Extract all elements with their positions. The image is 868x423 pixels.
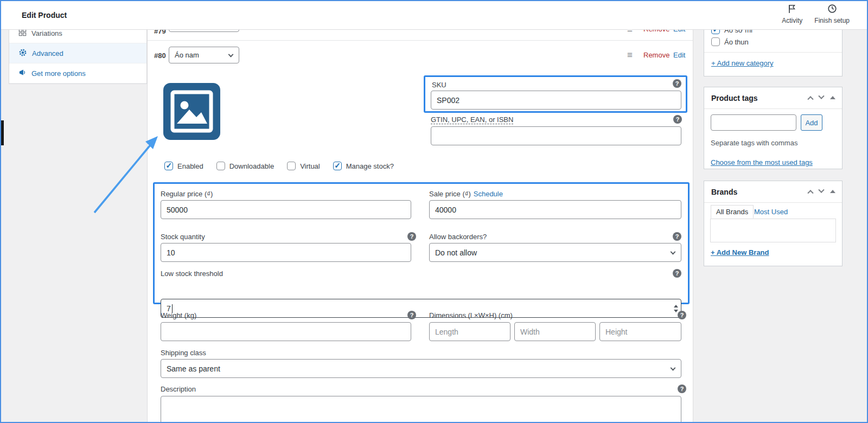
topbar-actions: Activity Finish setup [782, 4, 850, 24]
variation-attribute-select[interactable]: Áo nam [169, 47, 239, 63]
card-title: Product tags [711, 94, 758, 102]
remove-variation-link[interactable]: Remove [643, 30, 669, 33]
sku-label: SKU [432, 81, 446, 89]
card-title: Brands [711, 188, 737, 196]
most-used-tags-link[interactable]: Choose from the most used tags [711, 158, 813, 166]
tag-input[interactable] [711, 114, 796, 131]
category-label: Áo thun [724, 38, 749, 46]
sidebar-item-get-more-options[interactable]: Get more options [9, 63, 146, 84]
shipping-class-value: Same as parent [167, 364, 220, 373]
sale-price-input[interactable] [429, 200, 681, 219]
regular-price-label: Regular price (₫) [161, 190, 213, 198]
edit-variation-link[interactable]: Edit [673, 30, 685, 33]
move-up-icon[interactable] [807, 190, 813, 196]
manage-stock-label: Manage stock? [346, 162, 394, 170]
finish-setup-button[interactable]: Finish setup [814, 4, 850, 24]
tags-hint: Separate tags with commas [711, 139, 797, 147]
help-icon[interactable] [673, 79, 681, 88]
help-icon[interactable] [673, 232, 681, 241]
move-down-icon[interactable] [818, 93, 824, 99]
virtual-checkbox[interactable] [287, 162, 296, 170]
virtual-label: Virtual [300, 162, 320, 170]
low-stock-label: Low stock threshold [161, 270, 223, 278]
manage-stock-checkbox[interactable] [333, 162, 342, 170]
stock-quantity-input[interactable] [161, 243, 411, 262]
activity-label: Activity [782, 17, 802, 24]
tab-all-brands[interactable]: All Brands [711, 205, 754, 219]
tab-most-used[interactable]: Most Used [754, 208, 788, 216]
stock-quantity-label: Stock quantity [161, 233, 205, 241]
gtin-label: GTIN, UPC, EAN, or ISBN [431, 116, 513, 124]
downloadable-checkbox[interactable] [216, 162, 225, 170]
divider [704, 52, 842, 53]
drag-handle-icon[interactable] [627, 50, 633, 60]
add-new-brand-link[interactable]: + Add New Brand [711, 248, 769, 257]
low-stock-input[interactable]: 7 [161, 299, 681, 318]
virtual-checkbox-item: Virtual [287, 162, 320, 170]
finish-setup-label: Finish setup [814, 17, 850, 24]
variation-id: #79 [154, 30, 166, 35]
schedule-link[interactable]: Schedule [474, 190, 503, 198]
enabled-label: Enabled [177, 162, 203, 170]
sku-input[interactable] [431, 91, 681, 110]
weight-input[interactable] [161, 322, 411, 341]
stepper-down-icon[interactable] [674, 310, 678, 312]
category-item: Áo thun [711, 37, 749, 46]
stepper-up-icon[interactable] [674, 305, 678, 307]
image-placeholder-icon [163, 83, 220, 140]
remove-variation-link[interactable]: Remove [643, 51, 669, 59]
manage-stock-checkbox-item: Manage stock? [333, 162, 394, 170]
chevron-down-icon [671, 365, 676, 370]
downloadable-label: Downloadable [229, 162, 274, 170]
product-data-tabs: Variations Advanced Get more options [9, 30, 147, 84]
sale-price-label-row: Sale price (₫) Schedule [429, 190, 503, 198]
page-title: Edit Product [22, 11, 67, 20]
help-icon[interactable] [407, 311, 416, 319]
help-icon[interactable] [673, 269, 681, 278]
right-sidebar: Áo sơ mi Áo thun + Add new category Prod… [704, 30, 843, 423]
activity-button[interactable]: Activity [782, 4, 802, 24]
variation-flags: Enabled Downloadable Virtual Manage stoc… [164, 162, 394, 170]
description-textarea[interactable] [161, 396, 681, 423]
shipping-class-label: Shipping class [161, 349, 206, 357]
sidebar-item-label: Variations [31, 29, 62, 37]
sale-price-label: Sale price (₫) [429, 190, 471, 198]
help-icon[interactable] [678, 311, 686, 319]
gtin-input[interactable] [431, 126, 681, 145]
variation-row-prev: #79 Any Vietnam teeth… Remove Edit [148, 30, 693, 41]
megaphone-icon [18, 68, 27, 78]
help-icon[interactable] [678, 384, 686, 393]
variation-image-placeholder[interactable] [163, 83, 220, 140]
help-icon[interactable] [407, 232, 416, 241]
move-down-icon[interactable] [818, 187, 824, 193]
topbar: Edit Product Activity Finish setup [0, 0, 868, 30]
add-new-category-link[interactable]: + Add new category [711, 59, 774, 67]
help-icon[interactable] [673, 115, 682, 124]
variation-attribute-select[interactable]: Any Vietnam teeth… [169, 30, 239, 32]
add-tag-button[interactable]: Add [801, 114, 822, 131]
brands-card: Brands All Brands Most Used + Add New Br… [704, 181, 843, 266]
edit-variation-link[interactable]: Edit [673, 51, 685, 59]
sidebar-item-label: Advanced [32, 49, 63, 57]
brands-list-box[interactable] [710, 219, 836, 242]
backorders-select[interactable]: Do not allow [429, 243, 681, 262]
length-input[interactable] [429, 322, 510, 341]
gear-icon [18, 48, 27, 59]
chevron-down-icon [228, 52, 234, 57]
drag-handle-icon[interactable] [627, 30, 633, 34]
enabled-checkbox-item: Enabled [164, 162, 203, 170]
shipping-class-select[interactable]: Same as parent [161, 359, 681, 378]
sidebar-item-label: Get more options [31, 69, 86, 78]
sidebar-item-advanced[interactable]: Advanced [9, 43, 146, 63]
description-label: Description [161, 385, 196, 393]
variation-row: #80 Áo nam Remove Edit [148, 43, 693, 68]
toggle-panel-icon[interactable] [830, 190, 835, 193]
regular-price-input[interactable] [161, 200, 411, 219]
variation-id: #80 [154, 52, 166, 60]
enabled-checkbox[interactable] [164, 162, 173, 170]
toggle-panel-icon[interactable] [830, 96, 835, 99]
category-checkbox[interactable] [711, 37, 720, 46]
move-up-icon[interactable] [807, 96, 813, 102]
width-input[interactable] [514, 322, 596, 341]
height-input[interactable] [599, 322, 681, 341]
